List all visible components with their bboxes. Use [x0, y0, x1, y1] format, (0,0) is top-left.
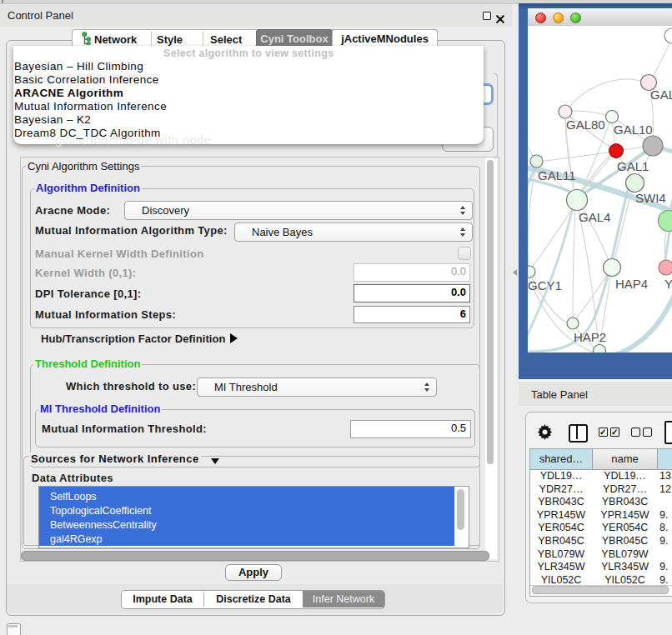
svg-text:GCY1: GCY1 — [528, 278, 562, 292]
svg-text:HAP2: HAP2 — [574, 330, 606, 344]
svg-text:HAP4: HAP4 — [615, 277, 648, 291]
svg-text:Y: Y — [664, 277, 672, 291]
svg-text:GAL2: GAL2 — [650, 88, 672, 102]
svg-text:GAL1: GAL1 — [617, 159, 649, 173]
svg-text:GAL11: GAL11 — [538, 168, 576, 182]
svg-text:GAL10: GAL10 — [614, 122, 653, 137]
svg-text:GAL80: GAL80 — [566, 118, 605, 132]
svg-text:GAL4: GAL4 — [579, 210, 610, 224]
svg-text:SWI4: SWI4 — [635, 191, 666, 205]
